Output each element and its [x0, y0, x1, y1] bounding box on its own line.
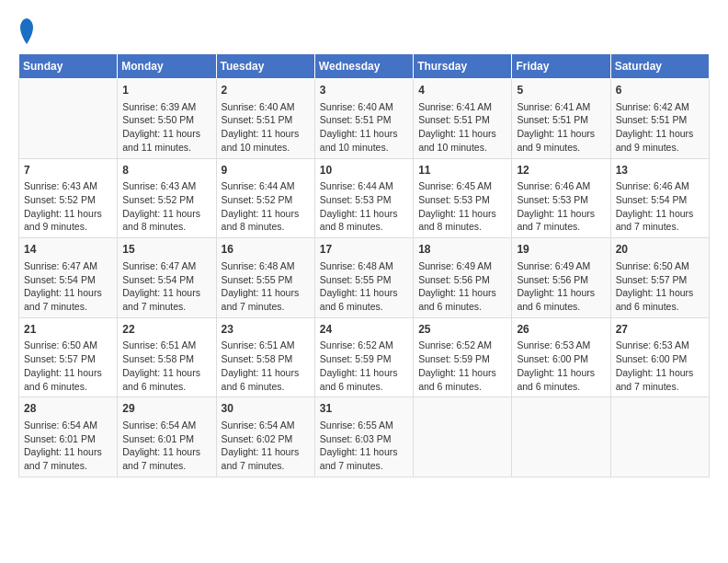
- cell-info: Sunrise: 6:41 AMSunset: 5:51 PMDaylight:…: [517, 100, 605, 155]
- day-number: 16: [222, 242, 310, 258]
- calendar-cell: 14Sunrise: 6:47 AMSunset: 5:54 PMDayligh…: [19, 238, 118, 318]
- cell-info: Sunrise: 6:47 AMSunset: 5:54 PMDaylight:…: [24, 259, 112, 314]
- day-number: 25: [418, 322, 506, 338]
- day-number: 28: [24, 401, 112, 417]
- day-number: 5: [517, 83, 605, 98]
- day-number: 13: [616, 163, 704, 178]
- calendar-cell: 18Sunrise: 6:49 AMSunset: 5:56 PMDayligh…: [414, 238, 512, 318]
- header-monday: Monday: [118, 54, 216, 79]
- day-number: 4: [418, 83, 506, 98]
- calendar-cell: 26Sunrise: 6:53 AMSunset: 6:00 PMDayligh…: [512, 317, 610, 397]
- calendar-cell: [19, 79, 118, 159]
- cell-info: Sunrise: 6:50 AMSunset: 5:57 PMDaylight:…: [24, 339, 112, 393]
- cell-info: Sunrise: 6:46 AMSunset: 5:53 PMDaylight:…: [517, 179, 605, 234]
- day-number: 8: [122, 163, 210, 178]
- cell-info: Sunrise: 6:42 AMSunset: 5:51 PMDaylight:…: [616, 100, 704, 155]
- page-header: [18, 18, 710, 44]
- day-number: 1: [122, 83, 210, 98]
- cell-info: Sunrise: 6:46 AMSunset: 5:54 PMDaylight:…: [616, 179, 704, 234]
- cell-info: Sunrise: 6:45 AMSunset: 5:53 PMDaylight:…: [418, 179, 506, 234]
- calendar-cell: 12Sunrise: 6:46 AMSunset: 5:53 PMDayligh…: [512, 158, 610, 238]
- day-number: 21: [24, 322, 112, 338]
- day-number: 23: [222, 322, 310, 338]
- cell-info: Sunrise: 6:43 AMSunset: 5:52 PMDaylight:…: [122, 179, 210, 234]
- calendar-cell: 8Sunrise: 6:43 AMSunset: 5:52 PMDaylight…: [118, 158, 216, 238]
- cell-info: Sunrise: 6:54 AMSunset: 6:02 PMDaylight:…: [222, 419, 310, 473]
- day-number: 26: [517, 322, 605, 338]
- cell-info: Sunrise: 6:48 AMSunset: 5:55 PMDaylight:…: [222, 259, 310, 314]
- cell-info: Sunrise: 6:50 AMSunset: 5:57 PMDaylight:…: [616, 259, 704, 314]
- cell-info: Sunrise: 6:48 AMSunset: 5:55 PMDaylight:…: [320, 259, 408, 314]
- calendar-header: SundayMondayTuesdayWednesdayThursdayFrid…: [19, 54, 710, 79]
- calendar-week-2: 7Sunrise: 6:43 AMSunset: 5:52 PMDaylight…: [19, 158, 710, 238]
- calendar-cell: [512, 397, 610, 477]
- cell-info: Sunrise: 6:39 AMSunset: 5:50 PMDaylight:…: [122, 100, 210, 155]
- calendar-cell: 30Sunrise: 6:54 AMSunset: 6:02 PMDayligh…: [216, 397, 314, 477]
- day-number: 9: [222, 163, 310, 178]
- logo: [18, 18, 33, 44]
- calendar-cell: 17Sunrise: 6:48 AMSunset: 5:55 PMDayligh…: [314, 238, 413, 318]
- calendar-cell: 2Sunrise: 6:40 AMSunset: 5:51 PMDaylight…: [216, 79, 314, 159]
- calendar-cell: 5Sunrise: 6:41 AMSunset: 5:51 PMDaylight…: [512, 79, 610, 159]
- day-number: 3: [320, 83, 408, 98]
- cell-info: Sunrise: 6:53 AMSunset: 6:00 PMDaylight:…: [517, 339, 605, 393]
- cell-info: Sunrise: 6:51 AMSunset: 5:58 PMDaylight:…: [222, 339, 310, 393]
- day-number: 7: [24, 163, 112, 178]
- calendar-cell: 16Sunrise: 6:48 AMSunset: 5:55 PMDayligh…: [216, 238, 314, 318]
- calendar-cell: 19Sunrise: 6:49 AMSunset: 5:56 PMDayligh…: [512, 238, 610, 318]
- cell-info: Sunrise: 6:44 AMSunset: 5:53 PMDaylight:…: [320, 179, 408, 234]
- calendar-cell: 25Sunrise: 6:52 AMSunset: 5:59 PMDayligh…: [414, 317, 512, 397]
- day-number: 24: [320, 322, 408, 338]
- cell-info: Sunrise: 6:51 AMSunset: 5:58 PMDaylight:…: [122, 339, 210, 393]
- day-number: 20: [616, 242, 704, 258]
- day-number: 17: [320, 242, 408, 258]
- day-number: 15: [122, 242, 210, 258]
- cell-info: Sunrise: 6:52 AMSunset: 5:59 PMDaylight:…: [320, 339, 408, 393]
- calendar-cell: 11Sunrise: 6:45 AMSunset: 5:53 PMDayligh…: [414, 158, 512, 238]
- cell-info: Sunrise: 6:49 AMSunset: 5:56 PMDaylight:…: [418, 259, 506, 314]
- cell-info: Sunrise: 6:52 AMSunset: 5:59 PMDaylight:…: [418, 339, 506, 393]
- day-number: 27: [616, 322, 704, 338]
- calendar-week-3: 14Sunrise: 6:47 AMSunset: 5:54 PMDayligh…: [19, 238, 710, 318]
- day-number: 29: [122, 401, 210, 417]
- cell-info: Sunrise: 6:54 AMSunset: 6:01 PMDaylight:…: [122, 419, 210, 473]
- calendar-cell: 1Sunrise: 6:39 AMSunset: 5:50 PMDaylight…: [118, 79, 216, 159]
- calendar-cell: 7Sunrise: 6:43 AMSunset: 5:52 PMDaylight…: [19, 158, 118, 238]
- calendar-cell: 20Sunrise: 6:50 AMSunset: 5:57 PMDayligh…: [610, 238, 709, 318]
- calendar-cell: 3Sunrise: 6:40 AMSunset: 5:51 PMDaylight…: [314, 79, 413, 159]
- calendar-cell: 6Sunrise: 6:42 AMSunset: 5:51 PMDaylight…: [610, 79, 709, 159]
- cell-info: Sunrise: 6:55 AMSunset: 6:03 PMDaylight:…: [320, 419, 408, 473]
- calendar-cell: 21Sunrise: 6:50 AMSunset: 5:57 PMDayligh…: [19, 317, 118, 397]
- cell-info: Sunrise: 6:47 AMSunset: 5:54 PMDaylight:…: [122, 259, 210, 314]
- header-wednesday: Wednesday: [314, 54, 413, 79]
- day-number: 11: [418, 163, 506, 178]
- calendar-week-5: 28Sunrise: 6:54 AMSunset: 6:01 PMDayligh…: [19, 397, 710, 477]
- calendar-cell: 23Sunrise: 6:51 AMSunset: 5:58 PMDayligh…: [216, 317, 314, 397]
- day-number: 2: [222, 83, 310, 98]
- day-number: 12: [517, 163, 605, 178]
- day-number: 19: [517, 242, 605, 258]
- calendar-cell: 28Sunrise: 6:54 AMSunset: 6:01 PMDayligh…: [19, 397, 118, 477]
- cell-info: Sunrise: 6:49 AMSunset: 5:56 PMDaylight:…: [517, 259, 605, 314]
- calendar-table: SundayMondayTuesdayWednesdayThursdayFrid…: [18, 53, 710, 477]
- cell-info: Sunrise: 6:53 AMSunset: 6:00 PMDaylight:…: [616, 339, 704, 393]
- day-number: 30: [222, 401, 310, 417]
- calendar-cell: 22Sunrise: 6:51 AMSunset: 5:58 PMDayligh…: [118, 317, 216, 397]
- calendar-cell: 10Sunrise: 6:44 AMSunset: 5:53 PMDayligh…: [314, 158, 413, 238]
- header-saturday: Saturday: [610, 54, 709, 79]
- calendar-cell: [414, 397, 512, 477]
- calendar-cell: 4Sunrise: 6:41 AMSunset: 5:51 PMDaylight…: [414, 79, 512, 159]
- calendar-cell: 24Sunrise: 6:52 AMSunset: 5:59 PMDayligh…: [314, 317, 413, 397]
- calendar-body: 1Sunrise: 6:39 AMSunset: 5:50 PMDaylight…: [19, 79, 710, 477]
- day-number: 31: [320, 401, 408, 417]
- header-row: SundayMondayTuesdayWednesdayThursdayFrid…: [19, 54, 710, 79]
- cell-info: Sunrise: 6:40 AMSunset: 5:51 PMDaylight:…: [222, 100, 310, 155]
- calendar-week-4: 21Sunrise: 6:50 AMSunset: 5:57 PMDayligh…: [19, 317, 710, 397]
- calendar-cell: 15Sunrise: 6:47 AMSunset: 5:54 PMDayligh…: [118, 238, 216, 318]
- calendar-cell: 9Sunrise: 6:44 AMSunset: 5:52 PMDaylight…: [216, 158, 314, 238]
- cell-info: Sunrise: 6:40 AMSunset: 5:51 PMDaylight:…: [320, 100, 408, 155]
- calendar-week-1: 1Sunrise: 6:39 AMSunset: 5:50 PMDaylight…: [19, 79, 710, 159]
- header-sunday: Sunday: [19, 54, 118, 79]
- calendar-cell: 29Sunrise: 6:54 AMSunset: 6:01 PMDayligh…: [118, 397, 216, 477]
- day-number: 6: [616, 83, 704, 98]
